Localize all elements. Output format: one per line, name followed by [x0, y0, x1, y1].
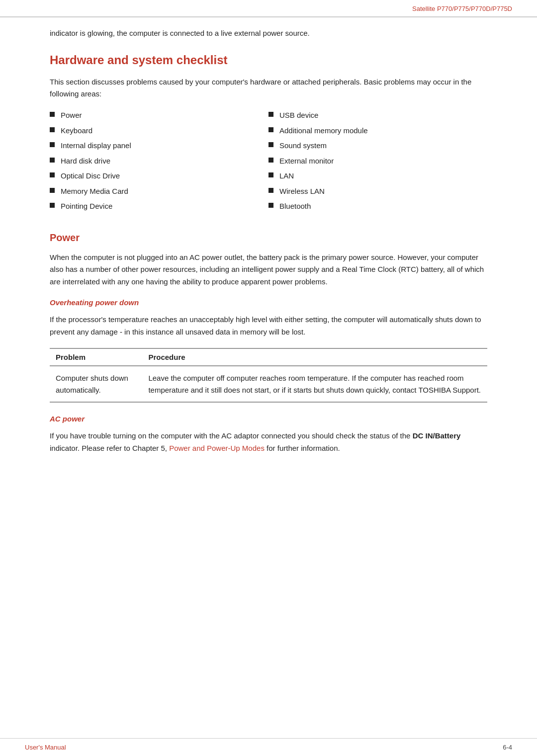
list-item: Sound system — [268, 140, 487, 152]
list-item-label: Additional memory module — [279, 125, 368, 137]
ac-power-body: If you have trouble turning on the compu… — [50, 430, 487, 455]
bullet-icon — [268, 172, 273, 177]
list-item-label: USB device — [279, 110, 318, 121]
bullet-icon — [50, 142, 55, 147]
list-item-label: Power — [61, 110, 82, 121]
list-item-label: Bluetooth — [279, 201, 311, 212]
table-col-problem: Problem — [50, 348, 142, 366]
list-item-label: Optical Disc Drive — [61, 170, 120, 182]
checklist-container: Power Keyboard Internal display panel Ha… — [50, 110, 487, 216]
bullet-icon — [268, 142, 273, 147]
list-item: Wireless LAN — [268, 186, 487, 197]
bullet-icon — [50, 188, 55, 193]
list-item-label: Wireless LAN — [279, 186, 325, 197]
overheating-body: If the processor's temperature reaches a… — [50, 314, 487, 338]
list-item: Additional memory module — [268, 125, 487, 137]
list-item-label: Internal display panel — [61, 140, 131, 152]
bullet-icon — [50, 112, 55, 117]
bullet-icon — [50, 158, 55, 163]
list-item-label: Memory Media Card — [61, 186, 128, 197]
list-item: Memory Media Card — [50, 186, 268, 197]
list-item-label: LAN — [279, 170, 294, 182]
list-item: External monitor — [268, 156, 487, 167]
ac-power-subheading: AC power — [50, 415, 487, 423]
footer-right: 6-4 — [503, 744, 512, 751]
problem-table: Problem Procedure Computer shuts down au… — [50, 348, 487, 403]
page: Satellite P770/P775/P770D/P775D indicato… — [0, 0, 537, 756]
list-item: Hard disk drive — [50, 156, 268, 167]
power-modes-link[interactable]: Power and Power-Up Modes — [169, 444, 265, 452]
list-item: LAN — [268, 170, 487, 182]
ac-power-bold-text: DC IN/Battery — [413, 431, 461, 440]
ac-power-text-after-bold: indicator. Please refer to Chapter 5, — [50, 444, 169, 452]
power-section-heading: Power — [50, 232, 487, 244]
bullet-icon — [268, 203, 273, 208]
list-item-label: Pointing Device — [61, 201, 112, 212]
bullet-icon — [268, 158, 273, 163]
ac-power-text-end: for further information. — [265, 444, 340, 452]
bullet-icon — [268, 112, 273, 117]
checklist-left: Power Keyboard Internal display panel Ha… — [50, 110, 268, 216]
list-item: USB device — [268, 110, 487, 121]
list-item-label: Sound system — [279, 140, 327, 152]
bullet-icon — [50, 172, 55, 177]
footer-left: User's Manual — [25, 744, 66, 751]
ac-power-text-before: If you have trouble turning on the compu… — [50, 431, 413, 440]
overheating-subheading: Overheating power down — [50, 298, 487, 307]
header-bar: Satellite P770/P775/P770D/P775D — [0, 0, 537, 17]
list-item: Keyboard — [50, 125, 268, 137]
list-item: Bluetooth — [268, 201, 487, 212]
checklist-right: USB device Additional memory module Soun… — [268, 110, 487, 216]
table-cell-problem: Computer shuts down automatically. — [50, 366, 142, 402]
hardware-section-description: This section discusses problems caused b… — [50, 76, 487, 100]
list-item: Optical Disc Drive — [50, 170, 268, 182]
hardware-section-heading: Hardware and system checklist — [50, 53, 487, 67]
list-item: Power — [50, 110, 268, 121]
list-item-label: External monitor — [279, 156, 334, 167]
header-title: Satellite P770/P775/P770D/P775D — [412, 5, 512, 12]
list-item-label: Hard disk drive — [61, 156, 110, 167]
list-item: Pointing Device — [50, 201, 268, 212]
main-content: indicator is glowing, the computer is co… — [0, 17, 537, 494]
bullet-icon — [268, 127, 273, 132]
list-item: Internal display panel — [50, 140, 268, 152]
power-section-body: When the computer is not plugged into an… — [50, 252, 487, 288]
list-item-label: Keyboard — [61, 125, 92, 137]
table-row: Computer shuts down automatically. Leave… — [50, 366, 487, 402]
footer: User's Manual 6-4 — [0, 738, 537, 756]
bullet-icon — [50, 127, 55, 132]
intro-paragraph: indicator is glowing, the computer is co… — [50, 27, 487, 39]
table-cell-procedure: Leave the computer off computer reaches … — [142, 366, 487, 402]
bullet-icon — [50, 203, 55, 208]
table-col-procedure: Procedure — [142, 348, 487, 366]
bullet-icon — [268, 188, 273, 193]
table-header-row: Problem Procedure — [50, 348, 487, 366]
